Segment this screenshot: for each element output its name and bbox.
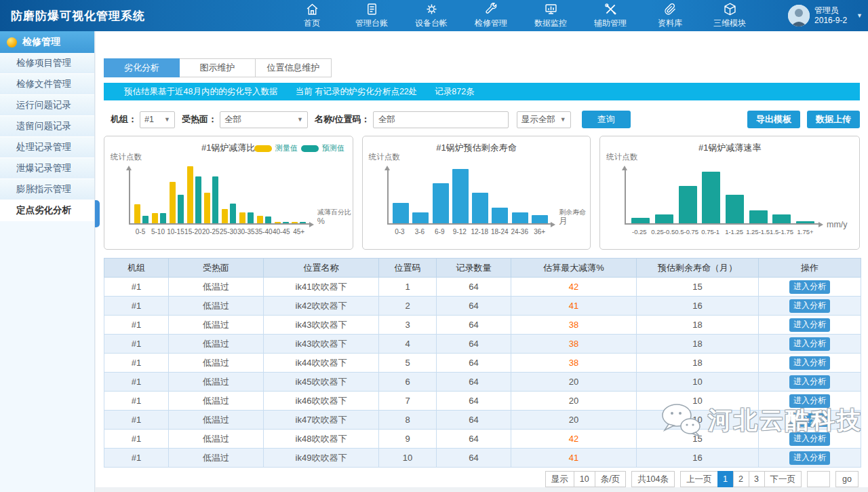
- table-cell: 低温过: [169, 316, 264, 335]
- sidebar-header[interactable]: 检修管理: [0, 31, 94, 53]
- chart-1: #1锅炉减薄比测量值预测值统计点数0-55-1010-1515-2020-252…: [104, 136, 353, 250]
- export-template-button[interactable]: 导出模板: [747, 111, 800, 128]
- chart-3: #1锅炉减薄速率统计点数-0.250.25-0.50.5-0.750.75-11…: [599, 136, 860, 250]
- legend-swatch: [301, 145, 319, 152]
- display-all-select[interactable]: 显示全部▼: [517, 111, 571, 128]
- sidebar-item-6[interactable]: 泄爆记录管理: [0, 158, 94, 179]
- x-tick-label: 1.25-1.5: [746, 228, 770, 235]
- chart-y-axis-label: 统计点数: [369, 152, 400, 162]
- enter-analysis-button[interactable]: 进入分析: [789, 394, 830, 408]
- chevron-down-icon[interactable]: ▼: [856, 12, 863, 19]
- enter-analysis-button[interactable]: 进入分析: [789, 413, 830, 427]
- sidebar-item-8[interactable]: 定点劣化分析: [0, 200, 94, 221]
- bar: [433, 183, 449, 223]
- x-tick-label: 0-5: [132, 228, 149, 235]
- enter-analysis-button[interactable]: 进入分析: [789, 299, 830, 313]
- table-cell: 64: [437, 449, 511, 468]
- bar: [679, 186, 697, 223]
- query-button[interactable]: 查询: [582, 111, 631, 128]
- x-tick-label: 25-30: [220, 228, 237, 235]
- prev-page-button[interactable]: 上一页: [680, 471, 718, 487]
- bar-group: [530, 215, 549, 223]
- bar-group: [490, 208, 510, 223]
- nav-item-5[interactable]: 数据监控: [533, 2, 568, 29]
- tab-3[interactable]: 位置信息维护: [256, 58, 332, 77]
- enter-analysis-button[interactable]: 进入分析: [789, 432, 830, 446]
- nav-item-6[interactable]: 辅助管理: [593, 2, 628, 29]
- surface-select[interactable]: 全部▼: [220, 111, 308, 128]
- sidebar-item-4[interactable]: 遗留问题记录: [0, 116, 94, 137]
- action-cell: 进入分析: [759, 373, 861, 392]
- top-nav: 首页管理台账设备台帐检修管理数据监控辅助管理资料库三维模块: [294, 2, 747, 29]
- table-cell: 64: [437, 316, 511, 335]
- monitor-icon: [544, 2, 558, 16]
- enter-analysis-button[interactable]: 进入分析: [789, 451, 830, 465]
- sidebar-item-3[interactable]: 运行问题记录: [0, 95, 94, 116]
- sidebar-item-5[interactable]: 处理记录管理: [0, 137, 94, 158]
- nav-item-2[interactable]: 管理台账: [354, 2, 389, 29]
- tab-1[interactable]: 劣化分析: [104, 58, 180, 77]
- x-tick-label: 5-10: [149, 228, 167, 235]
- enter-analysis-button[interactable]: 进入分析: [789, 280, 830, 294]
- goto-page-input[interactable]: [807, 471, 830, 487]
- enter-analysis-button[interactable]: 进入分析: [789, 337, 830, 351]
- avatar: [788, 5, 810, 26]
- sidebar-collapse-handle[interactable]: [95, 200, 100, 227]
- bar: [412, 212, 429, 223]
- nav-item-1[interactable]: 首页: [294, 2, 330, 29]
- column-header-8: 操作: [759, 259, 861, 278]
- bar: [248, 212, 254, 223]
- table-cell: ik47吹吹器下: [264, 411, 379, 430]
- table-cell: ik46吹吹器下: [264, 392, 379, 411]
- nav-item-3[interactable]: 设备台帐: [414, 2, 449, 29]
- column-header-6: 估算最大减薄%: [511, 259, 637, 278]
- table-cell: 低温过: [169, 373, 264, 392]
- action-cell: 进入分析: [759, 430, 861, 449]
- nav-label: 首页: [304, 18, 320, 29]
- page-number-2[interactable]: 2: [733, 471, 749, 487]
- user-block[interactable]: 管理员 2016-9-2 ▼: [788, 5, 863, 26]
- data-upload-button[interactable]: 数据上传: [807, 111, 860, 128]
- bar: [187, 166, 193, 223]
- nav-item-8[interactable]: 三维模块: [712, 2, 747, 29]
- table-cell: ik41吹吹器下: [264, 278, 379, 297]
- table-cell: 41: [511, 297, 637, 316]
- table-cell: 64: [437, 392, 511, 411]
- unit-select[interactable]: #1▼: [140, 111, 175, 128]
- page-number-3[interactable]: 3: [749, 471, 765, 487]
- x-tick-label: 1.75+: [793, 228, 817, 235]
- bar: [152, 213, 158, 223]
- enter-analysis-button[interactable]: 进入分析: [789, 375, 830, 389]
- table-row: #1低温过ik43吹吹器下3643818进入分析: [104, 316, 861, 335]
- nav-label: 数据监控: [534, 18, 567, 29]
- bar-group: [391, 203, 411, 223]
- enter-analysis-button[interactable]: 进入分析: [789, 318, 830, 332]
- column-header-2: 受热面: [169, 259, 264, 278]
- x-tick-label: 15-20: [184, 228, 202, 235]
- nav-item-4[interactable]: 检修管理: [473, 2, 509, 29]
- bar: [749, 210, 768, 223]
- sidebar-item-7[interactable]: 膨胀指示管理: [0, 179, 94, 200]
- bar: [230, 204, 236, 223]
- page-number-1[interactable]: 1: [717, 471, 734, 487]
- bar: [160, 213, 166, 223]
- table-row: #1低温过ik47吹吹器下8642010进入分析: [104, 411, 861, 430]
- tab-2[interactable]: 图示维护: [180, 58, 256, 77]
- bar-group: [431, 183, 450, 223]
- bar-group: [510, 212, 530, 223]
- wrench-icon: [484, 2, 498, 16]
- nav-item-7[interactable]: 资料库: [652, 2, 688, 29]
- table-cell: 64: [437, 430, 511, 449]
- go-button[interactable]: go: [835, 471, 859, 487]
- chart-y-axis-label: 统计点数: [111, 152, 142, 162]
- next-page-button[interactable]: 下一页: [764, 471, 802, 487]
- nav-label: 三维模块: [713, 18, 746, 29]
- sidebar-item-2[interactable]: 检修文件管理: [0, 74, 94, 95]
- table-cell: 15: [637, 278, 759, 297]
- name-code-input[interactable]: [373, 111, 509, 128]
- legend-swatch: [254, 145, 272, 152]
- enter-analysis-button[interactable]: 进入分析: [789, 356, 830, 370]
- sidebar-item-1[interactable]: 检修项目管理: [0, 53, 94, 74]
- table-cell: 3: [379, 316, 437, 335]
- page-size-value[interactable]: 10: [574, 471, 595, 487]
